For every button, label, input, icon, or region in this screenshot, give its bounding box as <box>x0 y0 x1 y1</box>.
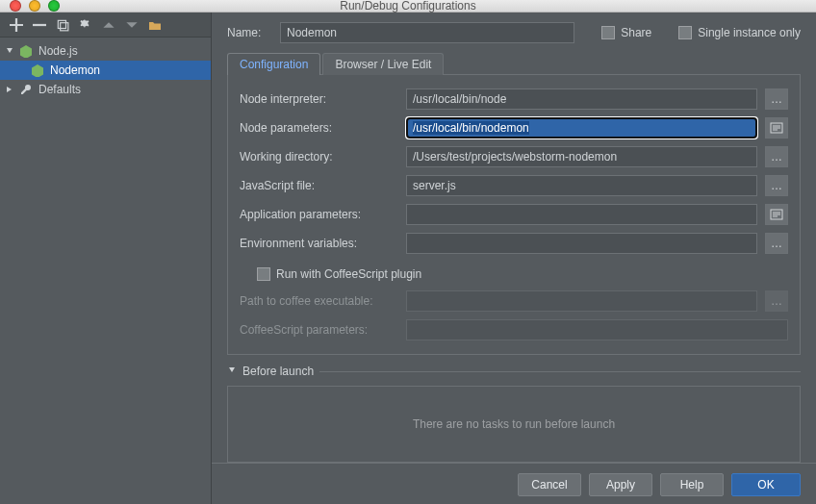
window-controls <box>0 0 60 12</box>
settings-icon[interactable] <box>79 18 92 32</box>
cancel-button[interactable]: Cancel <box>518 473 581 496</box>
sidebar: Node.js Nodemon Defaults <box>0 13 212 504</box>
working-directory-label: Working directory: <box>240 150 398 164</box>
name-field[interactable] <box>280 22 574 43</box>
window-title: Run/Debug Configurations <box>0 0 816 13</box>
node-interpreter-label: Node interpreter: <box>240 92 398 106</box>
add-icon[interactable] <box>10 18 23 32</box>
before-launch-empty-text: There are no tasks to run before launch <box>413 417 615 431</box>
browse-button[interactable]: … <box>765 88 788 110</box>
application-parameters-field[interactable] <box>406 204 757 225</box>
javascript-file-field[interactable] <box>406 175 757 196</box>
dialog-footer: Cancel Apply Help OK <box>212 463 816 504</box>
name-label: Name: <box>227 26 270 39</box>
checkbox-icon <box>601 26 615 39</box>
browse-button[interactable]: … <box>765 175 788 196</box>
nodejs-icon <box>19 44 33 58</box>
node-interpreter-field[interactable] <box>406 88 757 110</box>
disclosure-triangle-icon[interactable] <box>4 45 15 57</box>
tree-node-label: Nodemon <box>48 63 100 77</box>
titlebar: Run/Debug Configurations <box>0 0 816 13</box>
browse-button[interactable]: … <box>765 146 788 167</box>
before-launch-panel: There are no tasks to run before launch <box>227 386 801 463</box>
help-button[interactable]: Help <box>660 473 724 496</box>
config-tree: Node.js Nodemon Defaults <box>0 38 211 504</box>
checkbox-icon <box>678 26 692 39</box>
sidebar-toolbar <box>0 13 211 38</box>
javascript-file-label: JavaScript file: <box>240 179 398 192</box>
wrench-icon <box>19 83 33 96</box>
coffeescript-checkbox-label: Run with CoffeeScript plugin <box>276 267 421 281</box>
zoom-icon[interactable] <box>48 0 60 12</box>
single-instance-checkbox[interactable]: Single instance only <box>678 26 801 39</box>
expand-icon[interactable] <box>765 204 788 225</box>
before-launch-header[interactable]: Before launch <box>227 365 801 378</box>
move-down-icon[interactable] <box>125 18 139 32</box>
tab-browser-live-edit[interactable]: Browser / Live Edit <box>322 53 444 75</box>
apply-button[interactable]: Apply <box>589 473 652 496</box>
coffee-path-field <box>406 290 757 312</box>
tree-node-label: Node.js <box>37 44 78 58</box>
single-instance-label: Single instance only <box>698 26 801 39</box>
disclosure-triangle-icon <box>227 365 237 378</box>
browse-button[interactable]: … <box>765 290 788 312</box>
details-pane: Name: Share Single instance only Configu… <box>212 13 816 504</box>
environment-variables-label: Environment variables: <box>240 237 398 250</box>
share-label: Share <box>621 26 651 39</box>
tab-configuration[interactable]: Configuration <box>227 53 320 75</box>
svg-marker-3 <box>32 64 43 77</box>
edit-env-button[interactable]: … <box>765 233 788 254</box>
tree-node-defaults[interactable]: Defaults <box>0 80 211 99</box>
svg-rect-0 <box>58 20 65 28</box>
node-parameters-label: Node parameters: <box>240 121 398 135</box>
configuration-panel: Node interpreter: … Node parameters: Wor… <box>227 74 801 355</box>
run-debug-config-window: Run/Debug Configurations Node.js <box>0 0 816 504</box>
move-up-icon[interactable] <box>102 18 115 32</box>
svg-rect-1 <box>61 22 68 30</box>
minimize-icon[interactable] <box>29 0 40 12</box>
svg-marker-2 <box>20 45 32 58</box>
tree-node-nodemon[interactable]: Nodemon <box>0 61 211 80</box>
tab-bar: Configuration Browser / Live Edit <box>212 51 816 74</box>
close-icon[interactable] <box>10 0 21 12</box>
tree-node-nodejs[interactable]: Node.js <box>0 41 211 61</box>
copy-icon[interactable] <box>56 18 69 32</box>
nodejs-icon <box>31 63 44 77</box>
tree-node-label: Defaults <box>37 83 81 96</box>
ok-button[interactable]: OK <box>731 473 801 496</box>
folder-icon[interactable] <box>148 18 162 32</box>
remove-icon[interactable] <box>33 18 46 32</box>
coffee-params-field <box>406 319 788 340</box>
share-checkbox[interactable]: Share <box>601 26 651 39</box>
checkbox-icon <box>257 267 270 281</box>
application-parameters-label: Application parameters: <box>240 208 398 221</box>
expand-icon[interactable] <box>765 117 788 139</box>
before-launch-title: Before launch <box>242 365 314 378</box>
disclosure-triangle-icon[interactable] <box>4 84 15 95</box>
coffee-path-label: Path to coffee executable: <box>240 294 398 308</box>
coffee-params-label: CoffeeScript parameters: <box>240 323 398 337</box>
environment-variables-field[interactable] <box>406 233 757 254</box>
coffeescript-checkbox[interactable]: Run with CoffeeScript plugin <box>257 267 421 281</box>
working-directory-field[interactable] <box>406 146 757 167</box>
node-parameters-field[interactable] <box>406 117 757 139</box>
